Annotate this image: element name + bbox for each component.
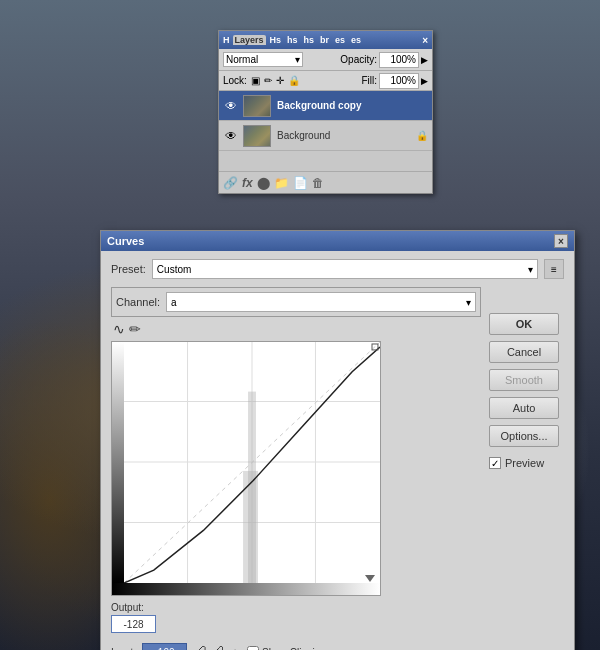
delete-icon[interactable]: 🗑 bbox=[312, 176, 324, 190]
fx-icon[interactable]: fx bbox=[242, 176, 253, 190]
smooth-button[interactable]: Smooth bbox=[489, 369, 559, 391]
layers-lock-row: Lock: ▣ ✏ ✛ 🔒 Fill: 100% ▶ bbox=[219, 71, 432, 91]
black-point-tool[interactable]: 🖋 bbox=[193, 644, 207, 650]
lock-label: Lock: bbox=[223, 75, 247, 86]
layer-name: Background bbox=[277, 130, 416, 141]
fill-section: Fill: 100% ▶ bbox=[361, 73, 428, 89]
tab-hs3[interactable]: hs bbox=[302, 35, 317, 45]
layer-item[interactable]: 👁 Background 🔒 bbox=[219, 121, 432, 151]
layers-bottom-toolbar: 🔗 fx ⬤ 📁 📄 🗑 bbox=[219, 171, 432, 193]
layers-close-button[interactable]: × bbox=[422, 35, 428, 46]
cancel-button[interactable]: Cancel bbox=[489, 341, 559, 363]
input-value-display[interactable]: -100 bbox=[142, 643, 187, 650]
layers-panel: H Layers Hs hs hs br es es × Normal ▾ Op… bbox=[218, 30, 433, 194]
layer-name: Background copy bbox=[277, 100, 428, 111]
output-input[interactable] bbox=[111, 615, 156, 633]
curve-left-gradient bbox=[112, 342, 124, 583]
gray-point-tool[interactable]: 🖊 bbox=[211, 644, 225, 650]
preset-row: Preset: Custom ▾ ≡ bbox=[111, 259, 564, 279]
opacity-section: Opacity: 100% ▶ bbox=[340, 52, 428, 68]
show-clipping-label: Show Clipping bbox=[262, 647, 326, 651]
input-label: Input: bbox=[111, 647, 136, 651]
link-icon[interactable]: 🔗 bbox=[223, 176, 238, 190]
layer-thumbnail bbox=[243, 125, 271, 147]
curves-dialog: Curves × Preset: Custom ▾ ≡ Channel: bbox=[100, 230, 575, 650]
curve-bottom-gradient bbox=[112, 583, 380, 595]
lock-icon-all[interactable]: 🔒 bbox=[288, 75, 300, 86]
channel-value: a bbox=[171, 297, 177, 308]
preview-checkbox[interactable]: ✓ bbox=[489, 457, 501, 469]
channel-chevron-icon: ▾ bbox=[466, 297, 471, 308]
layer-thumbnail bbox=[243, 95, 271, 117]
layer-visibility-icon[interactable]: 👁 bbox=[223, 98, 239, 114]
folder-icon[interactable]: 📁 bbox=[274, 176, 289, 190]
curves-right-panel: OK Cancel Smooth Auto Options... ✓ Previ… bbox=[489, 287, 564, 650]
pencil-tool-button[interactable]: ✏ bbox=[129, 321, 141, 337]
show-clipping-checkbox[interactable] bbox=[247, 646, 259, 650]
layer-visibility-icon[interactable]: 👁 bbox=[223, 128, 239, 144]
preview-row: ✓ Preview bbox=[489, 457, 564, 469]
channel-label: Channel: bbox=[116, 296, 160, 308]
preset-options-button[interactable]: ≡ bbox=[544, 259, 564, 279]
preset-chevron-icon: ▾ bbox=[528, 264, 533, 275]
fill-input[interactable]: 100% bbox=[379, 73, 419, 89]
triangle-indicator bbox=[365, 575, 375, 582]
curves-body: Preset: Custom ▾ ≡ Channel: a ▾ bbox=[101, 251, 574, 650]
curve-tools: ∿ ✏ bbox=[111, 321, 481, 337]
preview-label: Preview bbox=[505, 457, 544, 469]
tab-hs1[interactable]: Hs bbox=[268, 35, 284, 45]
lock-icon-move[interactable]: ✛ bbox=[276, 75, 284, 86]
opacity-arrow[interactable]: ▶ bbox=[421, 55, 428, 65]
output-label: Output: bbox=[111, 602, 481, 613]
curves-close-button[interactable]: × bbox=[554, 234, 568, 248]
blend-mode-dropdown[interactable]: Normal ▾ bbox=[223, 52, 303, 67]
lock-icon-transparent[interactable]: ▣ bbox=[251, 75, 260, 86]
opacity-input[interactable]: 100% bbox=[379, 52, 419, 68]
input-section: Input: -100 🖋 🖊 ✒ Show Clipping bbox=[111, 639, 481, 650]
lock-icon-brush[interactable]: ✏ bbox=[264, 75, 272, 86]
show-clipping-section: Show Clipping bbox=[247, 646, 326, 650]
layers-tabs: Layers Hs hs hs br es es bbox=[233, 35, 423, 45]
options-button[interactable]: Options... bbox=[489, 425, 559, 447]
preset-label: Preset: bbox=[111, 263, 146, 275]
blend-mode-chevron: ▾ bbox=[295, 54, 300, 65]
channel-dropdown[interactable]: a ▾ bbox=[166, 292, 476, 312]
tab-es2[interactable]: es bbox=[349, 35, 363, 45]
adjustment-icon[interactable]: ⬤ bbox=[257, 176, 270, 190]
fill-arrow[interactable]: ▶ bbox=[421, 76, 428, 86]
curve-svg bbox=[124, 342, 380, 583]
tab-br[interactable]: br bbox=[318, 35, 331, 45]
new-layer-icon[interactable]: 📄 bbox=[293, 176, 308, 190]
sample-tools: 🖋 🖊 ✒ bbox=[193, 644, 241, 650]
layers-panel-icon: H bbox=[223, 35, 230, 45]
output-section: Output: bbox=[111, 602, 481, 633]
white-point-tool[interactable]: ✒ bbox=[229, 644, 241, 650]
svg-rect-8 bbox=[248, 392, 256, 583]
auto-button[interactable]: Auto bbox=[489, 397, 559, 419]
channel-section: Channel: a ▾ bbox=[111, 287, 481, 317]
curves-left-panel: Channel: a ▾ ∿ ✏ bbox=[111, 287, 481, 650]
curves-titlebar: Curves × bbox=[101, 231, 574, 251]
layer-lock-icon: 🔒 bbox=[416, 130, 428, 141]
layers-list: 👁 Background copy 👁 Background 🔒 bbox=[219, 91, 432, 171]
layers-blend-row: Normal ▾ Opacity: 100% ▶ bbox=[219, 49, 432, 71]
fill-label: Fill: bbox=[361, 75, 377, 86]
opacity-label: Opacity: bbox=[340, 54, 377, 65]
preset-dropdown[interactable]: Custom ▾ bbox=[152, 259, 538, 279]
curves-main: Channel: a ▾ ∿ ✏ bbox=[111, 287, 564, 650]
tab-layers[interactable]: Layers bbox=[233, 35, 266, 45]
tab-es1[interactable]: es bbox=[333, 35, 347, 45]
curves-title: Curves bbox=[107, 235, 554, 247]
ok-button[interactable]: OK bbox=[489, 313, 559, 335]
curve-canvas[interactable] bbox=[111, 341, 381, 596]
layers-titlebar: H Layers Hs hs hs br es es × bbox=[219, 31, 432, 49]
curve-tool-button[interactable]: ∿ bbox=[113, 321, 125, 337]
preset-value: Custom bbox=[157, 264, 191, 275]
layer-item[interactable]: 👁 Background copy bbox=[219, 91, 432, 121]
tab-hs2[interactable]: hs bbox=[285, 35, 300, 45]
